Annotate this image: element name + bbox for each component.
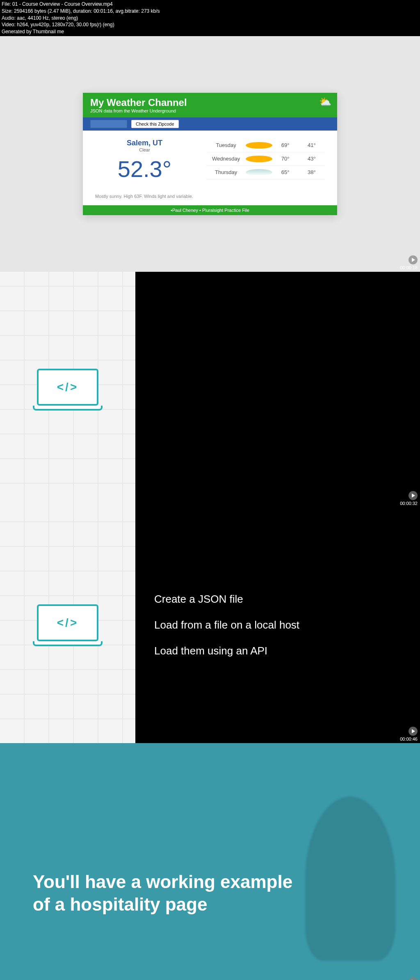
forecast-day: Tuesday bbox=[206, 142, 246, 148]
weather-body: Salem, UT Clear 52.3° Tuesday 69° 41° We… bbox=[83, 131, 337, 190]
forecast-list: Tuesday 69° 41° Wednesday 70° 43° Thursd… bbox=[206, 139, 325, 182]
play-icon[interactable] bbox=[409, 977, 418, 980]
bullet-text: Load from a file on a local host bbox=[154, 619, 420, 631]
headline-text: You'll have a working example of a hospi… bbox=[33, 870, 292, 916]
sunny-icon bbox=[246, 156, 272, 162]
play-icon[interactable] bbox=[409, 491, 418, 500]
sidebar-pattern: </> bbox=[0, 272, 135, 507]
video-metadata: File: 01 - Course Overview - Course Over… bbox=[0, 0, 420, 36]
meta-generated: Generated by Thumbnail me bbox=[2, 28, 418, 35]
timestamp-label: 00:00:18 bbox=[400, 265, 418, 270]
temperature-label: 52.3° bbox=[95, 156, 194, 182]
forecast-lo: 43° bbox=[299, 156, 325, 162]
forecast-row: Thursday 65° 38° bbox=[206, 166, 325, 179]
condition-label: Clear bbox=[95, 147, 194, 152]
weather-header: My Weather Channel JSON data from the We… bbox=[83, 93, 337, 117]
headline-line2: of a hospitality page bbox=[33, 893, 292, 916]
thumbnail-frame-1: My Weather Channel JSON data from the We… bbox=[0, 36, 420, 272]
laptop-icon: </> bbox=[37, 604, 98, 646]
meta-video: Video: h264, yuv420p, 1280x720, 30.00 fp… bbox=[2, 21, 418, 28]
zipcode-input[interactable] bbox=[90, 120, 127, 128]
forecast-hi: 70° bbox=[272, 156, 299, 162]
meta-size: Size: 2594166 bytes (2.47 MiB), duration… bbox=[2, 8, 418, 15]
forecast-hi: 65° bbox=[272, 169, 299, 175]
play-icon[interactable] bbox=[409, 255, 418, 264]
current-weather: Salem, UT Clear 52.3° bbox=[95, 139, 194, 182]
forecast-hi: 69° bbox=[272, 142, 299, 148]
laptop-icon: </> bbox=[37, 369, 98, 411]
timestamp-label: 00:00:46 bbox=[400, 737, 418, 741]
forecast-day: Wednesday bbox=[206, 156, 246, 162]
thumbnail-frame-3: </> Create a JSON file Load from a file … bbox=[0, 507, 420, 743]
weather-title: My Weather Channel bbox=[90, 97, 330, 108]
code-brackets-icon: </> bbox=[57, 616, 78, 629]
weather-subtitle: JSON data from the Weather Underground bbox=[90, 108, 330, 113]
city-label: Salem, UT bbox=[95, 139, 194, 147]
person-silhouette bbox=[305, 796, 395, 961]
thumbnail-frame-4: You'll have a working example of a hospi… bbox=[0, 743, 420, 980]
main-text-area: Create a JSON file Load from a file on a… bbox=[135, 507, 420, 743]
meta-audio: Audio: aac, 44100 Hz, stereo (eng) bbox=[2, 15, 418, 22]
thumbnail-frame-2: </> 00:00:32 bbox=[0, 272, 420, 507]
forecast-summary: Mostly sunny. High 63F. Winds light and … bbox=[83, 190, 337, 205]
check-zipcode-button[interactable]: Check this Zipcode bbox=[131, 120, 179, 128]
forecast-day: Thursday bbox=[206, 169, 246, 175]
code-brackets-icon: </> bbox=[57, 381, 78, 394]
timestamp-label: 00:00:32 bbox=[400, 501, 418, 506]
forecast-row: Tuesday 69° 41° bbox=[206, 139, 325, 152]
headline-line1: You'll have a working example bbox=[33, 870, 292, 893]
sun-cloud-icon: ⛅ bbox=[319, 96, 331, 108]
weather-search-bar: Check this Zipcode bbox=[83, 117, 337, 131]
play-icon[interactable] bbox=[409, 727, 418, 736]
meta-filename: File: 01 - Course Overview - Course Over… bbox=[2, 1, 418, 8]
bullet-text: Create a JSON file bbox=[154, 593, 420, 606]
sunny-icon bbox=[246, 142, 272, 149]
weather-footer: •Paul Cheney • Pluralsight Practice File bbox=[83, 205, 337, 215]
cloudy-icon bbox=[246, 169, 272, 176]
weather-card: My Weather Channel JSON data from the We… bbox=[83, 93, 337, 215]
forecast-row: Wednesday 70° 43° bbox=[206, 152, 325, 166]
sidebar-pattern: </> bbox=[0, 507, 135, 743]
main-black-area bbox=[135, 272, 420, 507]
forecast-lo: 41° bbox=[299, 142, 325, 148]
forecast-lo: 38° bbox=[299, 169, 325, 175]
bullet-text: Load them using an API bbox=[154, 645, 420, 657]
